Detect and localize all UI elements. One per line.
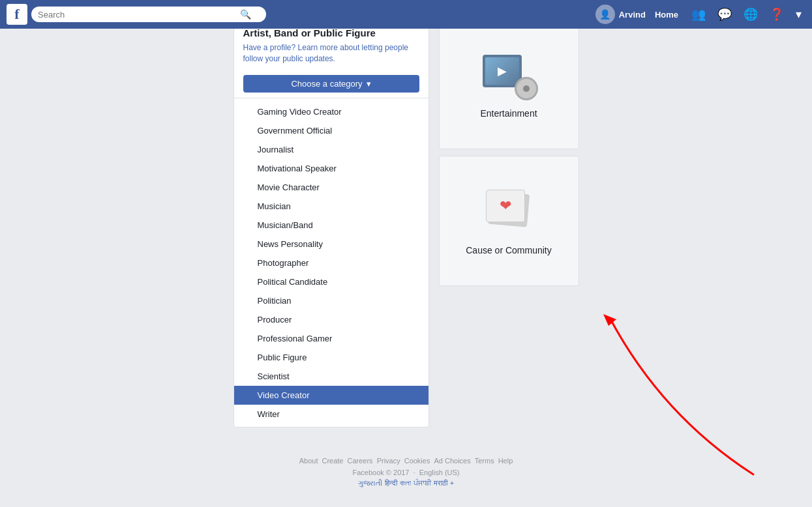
footer-links: AboutCreateCareersPrivacyCookiesAd Choic… xyxy=(186,457,626,465)
category-item-label-31: Writer xyxy=(258,409,280,419)
footer-lang-option[interactable]: বাংলা xyxy=(400,479,411,487)
entertainment-icon: ▶ xyxy=(479,50,538,102)
footer-lang-current: English (US) xyxy=(419,469,460,476)
category-item-19[interactable]: Movie Character xyxy=(234,178,429,197)
category-item-17[interactable]: Journalist xyxy=(234,140,429,159)
category-item-label-17: Journalist xyxy=(258,145,294,154)
category-item-label-16: Government Official xyxy=(258,126,333,136)
footer-lang-option[interactable]: + xyxy=(450,479,454,487)
category-item-24[interactable]: Political Candidate xyxy=(234,272,429,291)
category-item-20[interactable]: Musician xyxy=(234,197,429,216)
footer-lang-option[interactable]: ਪੰਜਾਬੀ xyxy=(414,479,431,487)
footer-link-about[interactable]: About xyxy=(299,457,318,465)
globe-icon[interactable]: 🌐 xyxy=(740,5,762,24)
topnav-right: 👤 Arvind Home 👥 💬 🌐 ❓ ▾ xyxy=(595,5,805,24)
category-item-label-22: News Personality xyxy=(258,239,323,249)
cause-label: Cause or Community xyxy=(466,245,552,255)
category-item-30[interactable]: Video Creator xyxy=(234,386,429,405)
facebook-logo[interactable]: f xyxy=(7,4,27,25)
category-item-29[interactable]: Scientist xyxy=(234,367,429,386)
category-item-label-25: Politician xyxy=(258,296,292,306)
choose-category-label: Choose a category xyxy=(291,79,362,89)
panel-subtitle: Have a profile? Learn more about letting… xyxy=(243,42,419,65)
cause-icon: ❤ xyxy=(479,186,538,239)
username-label: Arvind xyxy=(619,10,646,20)
chevron-down-icon[interactable]: ▾ xyxy=(792,5,805,24)
category-item-label-23: Photographer xyxy=(258,258,309,268)
footer-link-cookies[interactable]: Cookies xyxy=(404,457,430,465)
main-layout: Artist, Band or Public Figure Have a pro… xyxy=(186,19,626,427)
category-item-label-29: Scientist xyxy=(258,371,290,381)
category-dropdown-panel: Artist, Band or Public Figure Have a pro… xyxy=(233,19,429,427)
messages-icon[interactable]: 💬 xyxy=(714,5,736,24)
footer-lang-option[interactable]: ગુજરાતી xyxy=(358,479,382,487)
search-input[interactable] xyxy=(38,10,240,20)
category-item-26[interactable]: Producer xyxy=(234,310,429,329)
footer-link-help[interactable]: Help xyxy=(498,457,513,465)
footer-lang-option[interactable]: मराठी xyxy=(434,479,447,487)
category-item-25[interactable]: Politician xyxy=(234,291,429,310)
category-item-label-20: Musician xyxy=(258,201,291,211)
category-item-label-28: Public Figure xyxy=(258,353,307,362)
category-item-14[interactable]: Fitness Model xyxy=(234,98,429,102)
category-item-31[interactable]: Writer xyxy=(234,405,429,424)
footer-link-terms[interactable]: Terms xyxy=(475,457,494,465)
category-list: ✓Choose a categoryActorArtistAthleteAuth… xyxy=(234,98,429,424)
friends-icon[interactable]: 👥 xyxy=(687,5,710,24)
category-item-label-18: Motivational Speaker xyxy=(258,164,337,173)
chevron-down-icon: ▾ xyxy=(367,79,371,89)
category-item-label-24: Political Candidate xyxy=(258,277,328,287)
footer-link-careers[interactable]: Careers xyxy=(348,457,373,465)
help-icon[interactable]: ❓ xyxy=(766,5,788,24)
search-icon[interactable]: 🔍 xyxy=(240,9,251,20)
category-item-label-30: Video Creator xyxy=(258,390,310,400)
top-navigation: f 🔍 👤 Arvind Home 👥 💬 🌐 ❓ ▾ xyxy=(0,0,812,29)
category-item-16[interactable]: Government Official xyxy=(234,121,429,140)
right-column: ▶ Entertainment xyxy=(439,19,579,427)
avatar: 👤 xyxy=(595,5,615,24)
page-content: Artist, Band or Public Figure Have a pro… xyxy=(0,0,812,507)
category-item-label-15: Gaming Video Creator xyxy=(258,107,342,117)
footer-languages: ગુજરાતી हिन्दी বাংলা ਪੰਜਾਬੀ मराठी + xyxy=(186,479,626,487)
copyright: Facebook © 2017 xyxy=(352,469,409,476)
category-item-label-27: Professional Gamer xyxy=(258,334,333,343)
learn-more-link[interactable]: Learn more xyxy=(298,43,338,52)
category-item-label-26: Producer xyxy=(258,315,292,325)
panel-title: Artist, Band or Public Figure xyxy=(243,27,419,38)
footer-link-create[interactable]: Create xyxy=(322,457,343,465)
category-item-23[interactable]: Photographer xyxy=(234,254,429,272)
footer-link-privacy[interactable]: Privacy xyxy=(377,457,400,465)
footer-link-ad-choices[interactable]: Ad Choices xyxy=(434,457,470,465)
home-link[interactable]: Home xyxy=(650,7,684,22)
search-bar[interactable]: 🔍 xyxy=(31,7,266,22)
category-item-27[interactable]: Professional Gamer xyxy=(234,329,429,348)
category-item-21[interactable]: Musician/Band xyxy=(234,216,429,235)
category-item-label-21: Musician/Band xyxy=(258,220,313,230)
category-item-18[interactable]: Motivational Speaker xyxy=(234,159,429,178)
cause-card[interactable]: ❤ Cause or Community xyxy=(439,156,579,286)
category-item-28[interactable]: Public Figure xyxy=(234,348,429,367)
footer: AboutCreateCareersPrivacyCookiesAd Choic… xyxy=(186,450,626,494)
category-item-22[interactable]: News Personality xyxy=(234,235,429,254)
category-item-label-19: Movie Character xyxy=(258,182,320,192)
footer-lang-option[interactable]: हिन्दी xyxy=(385,479,397,487)
entertainment-label: Entertainment xyxy=(480,108,537,119)
entertainment-card[interactable]: ▶ Entertainment xyxy=(439,19,579,149)
choose-category-button[interactable]: Choose a category ▾ xyxy=(243,75,419,93)
category-item-15[interactable]: Gaming Video Creator xyxy=(234,102,429,121)
